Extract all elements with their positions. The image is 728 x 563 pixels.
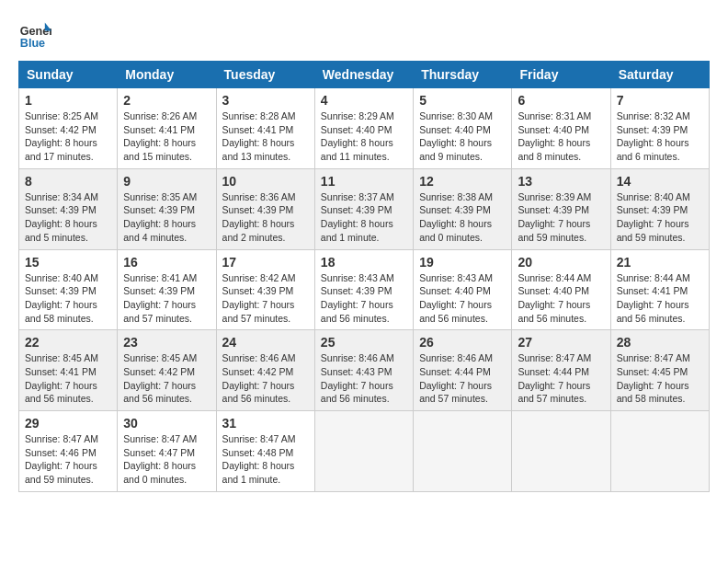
day-number: 7 xyxy=(617,93,703,108)
day-number: 21 xyxy=(617,255,703,270)
day-info: Sunrise: 8:26 AMSunset: 4:41 PMDaylight:… xyxy=(123,109,210,164)
day-number: 22 xyxy=(25,335,111,350)
header-day-thursday: Thursday xyxy=(414,62,512,88)
day-info: Sunrise: 8:40 AMSunset: 4:39 PMDaylight:… xyxy=(25,271,111,326)
day-number: 9 xyxy=(123,174,210,189)
day-info: Sunrise: 8:45 AMSunset: 4:41 PMDaylight:… xyxy=(25,351,111,406)
day-info: Sunrise: 8:40 AMSunset: 4:39 PMDaylight:… xyxy=(617,190,703,245)
day-number: 1 xyxy=(25,93,111,108)
day-cell-13: 13Sunrise: 8:39 AMSunset: 4:39 PMDayligh… xyxy=(512,168,610,249)
day-cell-14: 14Sunrise: 8:40 AMSunset: 4:39 PMDayligh… xyxy=(610,168,709,249)
svg-text:Blue: Blue xyxy=(20,37,45,50)
empty-cell xyxy=(314,411,413,492)
day-info: Sunrise: 8:47 AMSunset: 4:45 PMDaylight:… xyxy=(617,351,703,406)
day-info: Sunrise: 8:38 AMSunset: 4:39 PMDaylight:… xyxy=(419,190,506,245)
header-day-friday: Friday xyxy=(512,62,610,88)
header-day-tuesday: Tuesday xyxy=(216,62,314,88)
day-number: 27 xyxy=(518,335,604,350)
day-info: Sunrise: 8:35 AMSunset: 4:39 PMDaylight:… xyxy=(123,190,210,245)
calendar-week-2: 8Sunrise: 8:34 AMSunset: 4:39 PMDaylight… xyxy=(19,168,710,249)
day-info: Sunrise: 8:45 AMSunset: 4:42 PMDaylight:… xyxy=(123,351,210,406)
day-info: Sunrise: 8:47 AMSunset: 4:44 PMDaylight:… xyxy=(518,351,604,406)
day-info: Sunrise: 8:25 AMSunset: 4:42 PMDaylight:… xyxy=(25,109,111,164)
empty-cell xyxy=(610,411,709,492)
calendar-week-5: 29Sunrise: 8:47 AMSunset: 4:46 PMDayligh… xyxy=(19,411,710,492)
day-cell-22: 22Sunrise: 8:45 AMSunset: 4:41 PMDayligh… xyxy=(19,330,118,411)
day-number: 6 xyxy=(518,93,604,108)
day-number: 29 xyxy=(25,416,111,431)
day-number: 13 xyxy=(518,174,604,189)
day-info: Sunrise: 8:36 AMSunset: 4:39 PMDaylight:… xyxy=(222,190,309,245)
day-info: Sunrise: 8:46 AMSunset: 4:42 PMDaylight:… xyxy=(222,351,309,406)
day-info: Sunrise: 8:46 AMSunset: 4:43 PMDaylight:… xyxy=(321,351,407,406)
day-cell-2: 2Sunrise: 8:26 AMSunset: 4:41 PMDaylight… xyxy=(118,88,216,169)
calendar-week-1: 1Sunrise: 8:25 AMSunset: 4:42 PMDaylight… xyxy=(19,88,710,169)
day-info: Sunrise: 8:37 AMSunset: 4:39 PMDaylight:… xyxy=(321,190,407,245)
day-cell-12: 12Sunrise: 8:38 AMSunset: 4:39 PMDayligh… xyxy=(414,168,512,249)
day-cell-8: 8Sunrise: 8:34 AMSunset: 4:39 PMDaylight… xyxy=(19,168,118,249)
day-number: 8 xyxy=(25,174,111,189)
day-cell-5: 5Sunrise: 8:30 AMSunset: 4:40 PMDaylight… xyxy=(414,88,512,169)
calendar-week-4: 22Sunrise: 8:45 AMSunset: 4:41 PMDayligh… xyxy=(19,330,710,411)
day-number: 26 xyxy=(419,335,506,350)
day-cell-6: 6Sunrise: 8:31 AMSunset: 4:40 PMDaylight… xyxy=(512,88,610,169)
day-cell-3: 3Sunrise: 8:28 AMSunset: 4:41 PMDaylight… xyxy=(216,88,314,169)
day-cell-29: 29Sunrise: 8:47 AMSunset: 4:46 PMDayligh… xyxy=(19,411,118,492)
day-info: Sunrise: 8:47 AMSunset: 4:47 PMDaylight:… xyxy=(123,432,210,487)
day-cell-27: 27Sunrise: 8:47 AMSunset: 4:44 PMDayligh… xyxy=(512,330,610,411)
day-info: Sunrise: 8:39 AMSunset: 4:39 PMDaylight:… xyxy=(518,190,604,245)
day-number: 14 xyxy=(617,174,703,189)
day-info: Sunrise: 8:44 AMSunset: 4:40 PMDaylight:… xyxy=(518,271,604,326)
day-info: Sunrise: 8:29 AMSunset: 4:40 PMDaylight:… xyxy=(321,109,407,164)
day-info: Sunrise: 8:31 AMSunset: 4:40 PMDaylight:… xyxy=(518,109,604,164)
header-day-wednesday: Wednesday xyxy=(314,62,413,88)
day-cell-1: 1Sunrise: 8:25 AMSunset: 4:42 PMDaylight… xyxy=(19,88,118,169)
day-cell-18: 18Sunrise: 8:43 AMSunset: 4:39 PMDayligh… xyxy=(314,249,413,330)
day-number: 15 xyxy=(25,255,111,270)
day-cell-31: 31Sunrise: 8:47 AMSunset: 4:48 PMDayligh… xyxy=(216,411,314,492)
day-number: 23 xyxy=(123,335,210,350)
day-number: 16 xyxy=(123,255,210,270)
day-info: Sunrise: 8:43 AMSunset: 4:39 PMDaylight:… xyxy=(321,271,407,326)
day-cell-10: 10Sunrise: 8:36 AMSunset: 4:39 PMDayligh… xyxy=(216,168,314,249)
page-header: General Blue xyxy=(18,18,710,52)
day-cell-9: 9Sunrise: 8:35 AMSunset: 4:39 PMDaylight… xyxy=(118,168,216,249)
calendar-header: SundayMondayTuesdayWednesdayThursdayFrid… xyxy=(19,62,710,88)
day-number: 12 xyxy=(419,174,506,189)
day-info: Sunrise: 8:44 AMSunset: 4:41 PMDaylight:… xyxy=(617,271,703,326)
day-number: 19 xyxy=(419,255,506,270)
day-number: 31 xyxy=(222,416,309,431)
logo-icon: General Blue xyxy=(18,18,51,52)
day-number: 20 xyxy=(518,255,604,270)
day-cell-11: 11Sunrise: 8:37 AMSunset: 4:39 PMDayligh… xyxy=(314,168,413,249)
day-number: 30 xyxy=(123,416,210,431)
day-cell-25: 25Sunrise: 8:46 AMSunset: 4:43 PMDayligh… xyxy=(314,330,413,411)
day-number: 2 xyxy=(123,93,210,108)
day-cell-23: 23Sunrise: 8:45 AMSunset: 4:42 PMDayligh… xyxy=(118,330,216,411)
day-number: 18 xyxy=(321,255,407,270)
day-number: 10 xyxy=(222,174,309,189)
logo: General Blue xyxy=(18,18,55,52)
day-info: Sunrise: 8:47 AMSunset: 4:46 PMDaylight:… xyxy=(25,432,111,487)
day-cell-19: 19Sunrise: 8:43 AMSunset: 4:40 PMDayligh… xyxy=(414,249,512,330)
calendar-table: SundayMondayTuesdayWednesdayThursdayFrid… xyxy=(18,61,710,492)
day-cell-30: 30Sunrise: 8:47 AMSunset: 4:47 PMDayligh… xyxy=(118,411,216,492)
day-number: 11 xyxy=(321,174,407,189)
day-cell-17: 17Sunrise: 8:42 AMSunset: 4:39 PMDayligh… xyxy=(216,249,314,330)
day-cell-24: 24Sunrise: 8:46 AMSunset: 4:42 PMDayligh… xyxy=(216,330,314,411)
day-number: 5 xyxy=(419,93,506,108)
day-number: 3 xyxy=(222,93,309,108)
day-number: 4 xyxy=(321,93,407,108)
header-day-monday: Monday xyxy=(118,62,216,88)
day-cell-15: 15Sunrise: 8:40 AMSunset: 4:39 PMDayligh… xyxy=(19,249,118,330)
day-cell-28: 28Sunrise: 8:47 AMSunset: 4:45 PMDayligh… xyxy=(610,330,709,411)
day-info: Sunrise: 8:30 AMSunset: 4:40 PMDaylight:… xyxy=(419,109,506,164)
day-info: Sunrise: 8:34 AMSunset: 4:39 PMDaylight:… xyxy=(25,190,111,245)
day-info: Sunrise: 8:42 AMSunset: 4:39 PMDaylight:… xyxy=(222,271,309,326)
day-info: Sunrise: 8:28 AMSunset: 4:41 PMDaylight:… xyxy=(222,109,309,164)
day-cell-7: 7Sunrise: 8:32 AMSunset: 4:39 PMDaylight… xyxy=(610,88,709,169)
day-cell-20: 20Sunrise: 8:44 AMSunset: 4:40 PMDayligh… xyxy=(512,249,610,330)
day-cell-16: 16Sunrise: 8:41 AMSunset: 4:39 PMDayligh… xyxy=(118,249,216,330)
day-number: 25 xyxy=(321,335,407,350)
header-day-sunday: Sunday xyxy=(19,62,118,88)
